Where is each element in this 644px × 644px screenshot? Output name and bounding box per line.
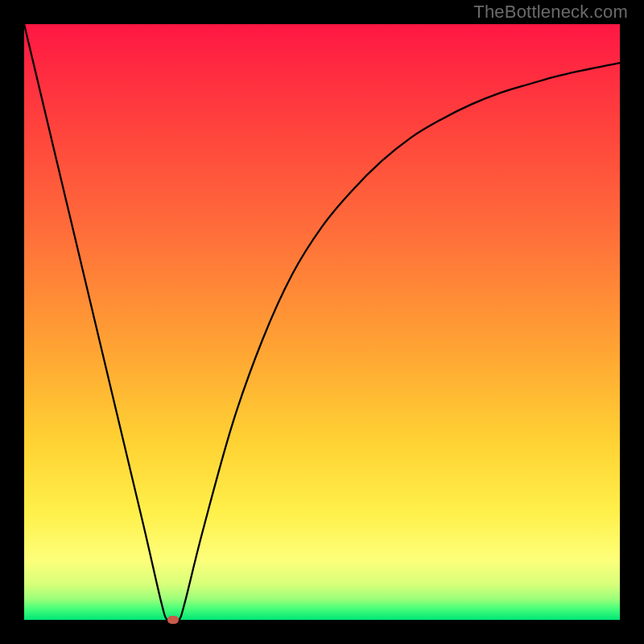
plot-area: [24, 24, 620, 620]
watermark-text: TheBottleneck.com: [473, 2, 628, 23]
chart-container: TheBottleneck.com: [0, 0, 644, 644]
curve-layer: [24, 24, 620, 620]
optimal-point-marker: [167, 616, 179, 624]
bottleneck-curve: [24, 24, 620, 620]
